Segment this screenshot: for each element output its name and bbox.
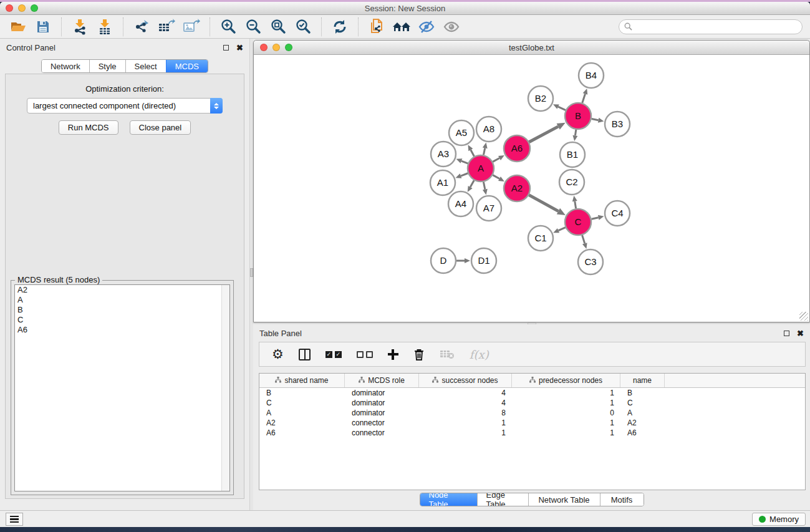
minimize-window-button[interactable] — [18, 4, 26, 12]
network-graph[interactable]: B4B2BB3A8A5A6A3B1AA1C2A2A4A7C4CC1C3DD1 — [254, 56, 809, 322]
graph-node-label: A1 — [437, 177, 448, 188]
zoom-out-icon[interactable] — [244, 17, 263, 36]
graph-edge-B-B2[interactable] — [558, 107, 566, 110]
deselect-all-rows-icon[interactable] — [357, 347, 373, 362]
zoom-fit-icon[interactable] — [269, 17, 287, 36]
graph-edge-C-C2[interactable] — [575, 201, 576, 209]
delete-table-icon[interactable] — [440, 347, 455, 362]
main-titlebar: Session: New Session — [0, 2, 810, 15]
close-panel-icon[interactable]: ✖ — [236, 44, 243, 52]
graph-edge-A-A4[interactable] — [470, 180, 474, 187]
graph-edge-A-A2[interactable] — [493, 175, 499, 179]
tab-network-table[interactable]: Network Table — [528, 493, 600, 506]
graph-edge-A-A1[interactable] — [461, 173, 468, 176]
zoom-in-icon[interactable] — [219, 17, 238, 36]
graph-edge-B-B4[interactable] — [582, 94, 586, 103]
result-list-item[interactable]: A — [15, 295, 229, 305]
graph-node-label: C2 — [566, 177, 577, 187]
result-list-item[interactable]: C — [15, 315, 229, 325]
export-image-icon[interactable] — [182, 17, 201, 36]
run-mcds-button[interactable]: Run MCDS — [59, 120, 118, 135]
tab-select[interactable]: Select — [125, 60, 166, 72]
graph-edge-C-C4[interactable] — [591, 218, 598, 220]
result-list-item[interactable]: B — [15, 305, 229, 315]
graph-node-label: C3 — [584, 256, 596, 267]
result-list-item[interactable]: A6 — [15, 325, 229, 335]
close-panel-button[interactable]: Close panel — [130, 120, 191, 135]
network-canvas[interactable]: B4B2BB3A8A5A6A3B1AA1C2A2A4A7C4CC1C3DD1 — [254, 56, 809, 322]
tab-network[interactable]: Network — [42, 60, 89, 72]
status-bar: Memory — [0, 510, 810, 527]
graph-edge-A-A7[interactable] — [483, 182, 485, 190]
graph-edge-A-A5[interactable] — [471, 150, 475, 156]
column-header-predecessor-nodes[interactable]: predecessor nodes — [512, 374, 620, 387]
close-window-button[interactable] — [6, 4, 13, 12]
table-row[interactable]: A6connector11A6 — [259, 428, 805, 438]
search-input[interactable] — [619, 19, 803, 34]
window-controls — [0, 4, 38, 12]
graph-edge-A-A3[interactable] — [461, 161, 468, 163]
copy-network-icon[interactable] — [367, 17, 386, 36]
close-network-window-button[interactable] — [260, 44, 268, 51]
table-row[interactable]: Bdominator41B — [259, 388, 805, 398]
select-all-rows-icon[interactable]: ✓✓ — [325, 347, 342, 362]
column-header-successor-nodes[interactable]: successor nodes — [419, 374, 512, 387]
tab-style[interactable]: Style — [89, 60, 125, 72]
save-session-icon[interactable] — [34, 17, 52, 36]
graph-node-label: A7 — [483, 203, 494, 213]
zoom-selected-icon[interactable] — [294, 17, 312, 36]
tab-motifs[interactable]: Motifs — [600, 493, 644, 506]
table-options-gear-icon[interactable]: ⚙ — [272, 347, 284, 362]
export-network-icon[interactable] — [132, 17, 151, 36]
memory-button[interactable]: Memory — [752, 513, 806, 526]
task-history-icon[interactable] — [6, 513, 23, 526]
tab-node-table[interactable]: Node Table — [420, 493, 477, 506]
graph-edge-B-B3[interactable] — [592, 118, 599, 120]
float-panel-icon[interactable] — [223, 45, 229, 51]
column-header-shared-name[interactable]: shared name — [259, 374, 345, 387]
column-header-MCDS-role[interactable]: MCDS role — [345, 374, 419, 387]
export-table-icon[interactable] — [157, 17, 176, 36]
table-row[interactable]: Adominator80A — [259, 408, 805, 418]
criterion-select[interactable]: largest connected component (directed) — [27, 98, 223, 114]
float-table-panel-icon[interactable] — [784, 331, 789, 336]
minimize-network-window-button[interactable] — [272, 44, 280, 51]
graph-edge-A-A8[interactable] — [483, 148, 485, 155]
delete-column-icon[interactable] — [413, 347, 425, 362]
graph-edge-C-C3[interactable] — [582, 235, 585, 243]
import-network-icon[interactable] — [70, 17, 89, 36]
control-panel-tabs: Network Style Select MCDS — [0, 59, 249, 73]
function-builder-icon[interactable]: f(x) — [470, 347, 489, 362]
graph-edge-C-C1[interactable] — [558, 228, 565, 231]
hide-details-icon[interactable] — [417, 17, 436, 36]
add-column-icon[interactable] — [388, 347, 398, 362]
close-table-panel-icon[interactable]: ✖ — [797, 329, 804, 337]
graph-edge-A6-B[interactable] — [529, 127, 558, 142]
refresh-layout-icon[interactable] — [330, 17, 349, 36]
node-table[interactable]: shared nameMCDS rolesuccessor nodesprede… — [259, 373, 806, 490]
graph-node-label: B — [575, 110, 581, 121]
table-row[interactable]: A2connector11A2 — [259, 418, 805, 428]
window-resize-grip[interactable] — [799, 312, 808, 321]
column-visibility-icon[interactable] — [299, 347, 311, 362]
graph-edge-A-A6[interactable] — [493, 158, 499, 162]
open-session-icon[interactable] — [9, 17, 27, 36]
home-views-icon[interactable] — [392, 17, 411, 36]
result-list-scrollbar[interactable] — [221, 285, 229, 491]
graph-edge-A2-C[interactable] — [529, 195, 558, 211]
mcds-result-list[interactable]: A2ABCA6 — [14, 284, 230, 491]
edge-arrowhead — [583, 89, 588, 95]
column-header-name[interactable]: name — [620, 374, 665, 387]
tab-mcds[interactable]: MCDS — [166, 60, 208, 72]
import-table-icon[interactable] — [95, 17, 114, 36]
zoom-window-button[interactable] — [31, 4, 38, 12]
tab-edge-table[interactable]: Edge Table — [477, 493, 528, 506]
table-cell: 1 — [512, 389, 620, 397]
table-cell: 8 — [419, 409, 512, 417]
zoom-network-window-button[interactable] — [285, 44, 292, 51]
graph-edge-B-B1[interactable] — [575, 130, 576, 136]
session-title: Session: New Session — [0, 4, 810, 13]
result-list-item[interactable]: A2 — [15, 285, 229, 295]
table-row[interactable]: Cdominator41C — [259, 398, 805, 408]
show-details-icon[interactable] — [442, 17, 461, 36]
